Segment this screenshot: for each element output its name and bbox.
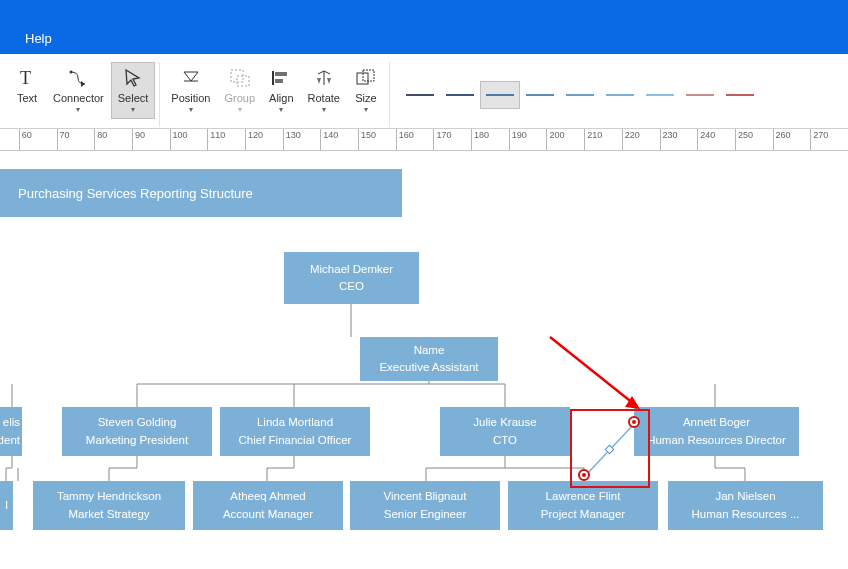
tool-rotate[interactable]: Rotate▾ — [301, 62, 347, 119]
svg-rect-4 — [237, 76, 249, 86]
svg-text:T: T — [20, 68, 31, 88]
tool-size[interactable]: Size▾ — [347, 62, 385, 119]
connector-icon — [67, 67, 89, 89]
line-style-swatch[interactable] — [520, 81, 560, 109]
svg-marker-9 — [327, 78, 331, 84]
connector-mid-handle[interactable] — [605, 445, 615, 455]
menu-help[interactable]: Help — [25, 31, 52, 46]
org-node-partial-r3[interactable]: I — [0, 481, 13, 530]
align-icon — [270, 67, 292, 89]
connector-endpoint-handle[interactable] — [578, 469, 590, 481]
org-node-engineer[interactable]: Vincent BlignautSenior Engineer — [350, 481, 500, 530]
svg-rect-6 — [275, 72, 287, 76]
org-node-ceo[interactable]: Michael DemkerCEO — [284, 252, 419, 304]
line-style-swatch[interactable] — [560, 81, 600, 109]
tool-align[interactable]: Align▾ — [262, 62, 300, 119]
line-style-swatch[interactable] — [480, 81, 520, 109]
tool-connector[interactable]: Connector ▾ — [46, 62, 111, 119]
org-node-pm[interactable]: Lawrence FlintProject Manager — [508, 481, 658, 530]
org-node-marketing[interactable]: Steven GoldingMarketing President — [62, 407, 212, 456]
size-icon — [355, 67, 377, 89]
line-style-swatch[interactable] — [640, 81, 680, 109]
diagram-canvas[interactable]: Purchasing Services Reporting Structure … — [0, 151, 848, 569]
org-node-hr2[interactable]: Jan NielsenHuman Resources ... — [668, 481, 823, 530]
cursor-icon — [122, 67, 144, 89]
line-style-swatch[interactable] — [400, 81, 440, 109]
diagram-title[interactable]: Purchasing Services Reporting Structure — [0, 169, 402, 217]
line-style-swatch[interactable] — [720, 81, 760, 109]
org-node-strategy[interactable]: Tammy HendricksonMarket Strategy — [33, 481, 185, 530]
org-node-account[interactable]: Atheeq AhmedAccount Manager — [193, 481, 343, 530]
svg-rect-7 — [275, 79, 283, 83]
line-style-swatch[interactable] — [600, 81, 640, 109]
tool-group: Group▾ — [217, 62, 262, 119]
ribbon: T Text Connector ▾ Select ▾ Position▾ Gr… — [0, 54, 848, 129]
text-icon: T — [16, 67, 38, 89]
svg-line-22 — [550, 337, 634, 404]
group-icon — [229, 67, 251, 89]
line-style-swatch[interactable] — [440, 81, 480, 109]
tool-position[interactable]: Position▾ — [164, 62, 217, 119]
line-style-gallery — [390, 62, 770, 127]
menubar: Help — [0, 0, 848, 54]
tool-select[interactable]: Select ▾ — [111, 62, 156, 119]
org-node-partial-left[interactable]: elisdent — [0, 407, 22, 456]
tool-text[interactable]: T Text — [8, 62, 46, 109]
svg-marker-8 — [317, 78, 321, 84]
org-node-cfo[interactable]: Linda MortlandChief Financial Officer — [220, 407, 370, 456]
position-icon — [180, 67, 202, 89]
svg-marker-2 — [81, 81, 85, 87]
horizontal-ruler: 6070809010011012013014015016017018019020… — [0, 129, 848, 151]
line-style-swatch[interactable] — [680, 81, 720, 109]
annotation-arrow — [540, 329, 670, 424]
rotate-icon — [313, 67, 335, 89]
org-node-ea[interactable]: NameExecutive Assistant — [360, 337, 498, 381]
